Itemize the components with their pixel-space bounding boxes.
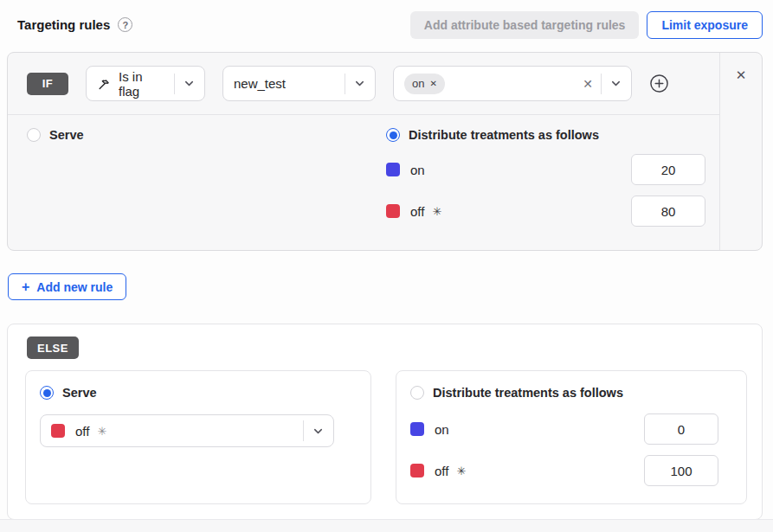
rule-condition-row: IF Is in flag new_test [8,53,719,115]
add-condition-icon[interactable] [649,74,669,93]
treatment-multiselect[interactable]: on ✕ ✕ [393,66,632,101]
chevron-down-icon [183,77,196,90]
treatment-off-swatch [386,204,400,218]
chevron-down-icon [609,77,622,90]
if-badge: IF [27,73,68,95]
treatment-on-percentage-input[interactable] [631,154,705,185]
close-rule-icon[interactable]: ✕ [736,68,747,81]
plus-icon: + [22,280,29,294]
else-serve-card: Serve off ✳ [25,370,371,504]
tag-remove-icon[interactable]: ✕ [429,79,436,88]
treatment-name: on [410,163,425,177]
treatment-name: off [435,464,448,478]
select-divider [345,74,345,94]
limit-exposure-button[interactable]: Limit exposure [647,11,763,39]
chevron-down-icon [353,77,366,90]
default-treatment-icon: ✳ [432,205,441,218]
select-divider [601,74,602,94]
treatment-tag-label: on [412,77,424,90]
treatment-row-off: off ✳ [386,195,705,227]
distribute-column: Distribute treatments as follows on off … [386,128,705,227]
serve-column: Serve [27,128,386,227]
else-options-row: Serve off ✳ Distribute treatments as fol… [27,370,747,504]
default-treatment-icon: ✳ [456,465,466,478]
add-new-rule-button[interactable]: + Add new rule [8,273,126,300]
help-icon[interactable]: ? [118,17,132,32]
else-serve-treatment-select[interactable]: off ✳ [40,414,334,447]
rule-body: Serve Distribute treatments as follows o… [8,115,719,227]
flag-select-value: new_test [234,76,286,91]
treatment-off-percentage-input[interactable] [631,195,705,227]
add-attribute-rules-button[interactable]: Add attribute based targeting rules [410,11,640,39]
else-badge: ELSE [27,337,79,359]
treatment-name: off [410,204,424,219]
distribute-option[interactable]: Distribute treatments as follows [386,128,705,142]
treatment-row-on: on [386,154,705,185]
else-distribute-radio[interactable] [410,386,424,400]
chevron-down-icon [312,425,325,438]
page-header: Targeting rules ? Add attribute based ta… [0,0,773,40]
else-distribute-card: Distribute treatments as follows on off … [396,370,747,504]
else-serve-option[interactable]: Serve [40,386,357,400]
else-serve-radio[interactable] [40,386,54,400]
else-rule-card: ELSE Serve off ✳ Distribute treatments [7,324,763,520]
else-distribute-label: Distribute treatments as follows [433,386,623,400]
targeting-rule-card: IF Is in flag new_test [7,52,763,251]
flag-select[interactable]: new_test [222,66,376,101]
serve-option[interactable]: Serve [27,128,386,142]
flag-icon [97,76,112,91]
serve-label: Serve [49,128,84,142]
treatment-name: on [435,422,449,437]
select-divider [174,74,175,94]
distribute-radio[interactable] [386,128,400,142]
matcher-select-value: Is in flag [119,69,166,99]
select-divider [303,420,304,441]
rule-close-column: ✕ [719,53,762,250]
header-actions: Add attribute based targeting rules Limi… [410,11,763,39]
next-section-edge [0,519,773,532]
treatment-on-swatch [386,163,400,176]
else-treatment-on-percentage-input[interactable] [644,413,718,445]
serve-radio[interactable] [27,128,41,142]
else-serve-select-value: off [75,424,89,439]
page-title: Targeting rules [17,17,110,32]
else-treatment-off-percentage-input[interactable] [644,455,718,486]
else-treatment-row-off: off ✳ [410,455,732,486]
clear-selection-icon[interactable]: ✕ [583,77,593,91]
default-treatment-icon: ✳ [97,425,106,438]
treatment-tag: on ✕ [404,74,445,94]
matcher-select[interactable]: Is in flag [86,66,205,101]
add-new-rule-label: Add new rule [36,280,113,294]
treatment-off-swatch [410,464,424,478]
treatment-on-swatch [410,422,424,436]
else-serve-label: Serve [62,386,97,400]
distribute-label: Distribute treatments as follows [409,128,599,142]
treatment-off-swatch [51,424,65,438]
else-treatment-row-on: on [410,413,732,445]
else-distribute-option[interactable]: Distribute treatments as follows [410,386,732,400]
rule-main: IF Is in flag new_test [8,53,719,250]
